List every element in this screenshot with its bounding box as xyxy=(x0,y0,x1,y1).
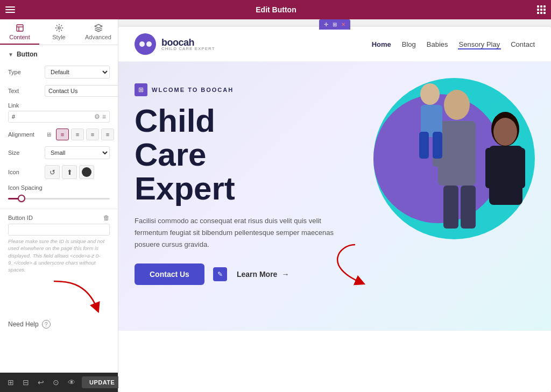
alignment-label: Alignment xyxy=(8,131,40,138)
main-layout: Content Style Advanced ▼ Button xyxy=(0,19,551,392)
grid-bottom-icon[interactable]: ⊟ xyxy=(20,376,31,389)
svg-rect-9 xyxy=(443,186,458,229)
eye-icon[interactable]: 👁 xyxy=(66,376,77,389)
align-left-button[interactable]: ≡ xyxy=(56,129,69,140)
preview-nav: boocah CHILD CARE EXPERT Home Blog Babie… xyxy=(118,27,551,62)
logo-icon xyxy=(135,33,156,55)
svg-point-11 xyxy=(420,83,440,105)
button-id-row: Button ID 🗑 Please make sure the ID is u… xyxy=(0,211,118,276)
panel-arrow-container xyxy=(0,276,118,313)
undo-icon[interactable]: ↩ xyxy=(36,376,46,389)
divider xyxy=(0,209,118,209)
logo-circles xyxy=(139,41,152,47)
grid-icon[interactable] xyxy=(537,5,546,14)
hero-left: ⊞ WLCOME TO BOOCAH Child Care Expert Fac… xyxy=(135,78,341,285)
help-circle-icon: ? xyxy=(42,320,51,329)
tab-content[interactable]: Content xyxy=(0,19,39,45)
nav-link-sensory[interactable]: Sensory Play xyxy=(459,40,500,48)
hero-welcome: ⊞ WLCOME TO BOOCAH xyxy=(135,83,341,96)
svg-rect-18 xyxy=(513,148,525,188)
arrow-right-icon: → xyxy=(281,270,289,279)
svg-rect-8 xyxy=(462,124,476,167)
red-arrow-icon xyxy=(38,276,102,319)
wt-move-icon[interactable]: ✛ xyxy=(322,21,330,28)
button-id-header: Button ID 🗑 xyxy=(8,214,110,222)
align-center-button[interactable]: ≡ xyxy=(71,129,84,140)
align-buttons: ≡ ≡ ≡ ≡ xyxy=(56,129,114,140)
link-label: Link xyxy=(8,102,110,109)
icon-pickers: ↺ ⬆ xyxy=(45,165,94,179)
wt-close-icon[interactable]: ✕ xyxy=(340,21,347,28)
link-icons: ⚙ ≡ xyxy=(91,113,109,120)
text-input[interactable] xyxy=(45,85,118,97)
button-id-input[interactable] xyxy=(8,224,110,236)
icon-row: Icon ↺ ⬆ xyxy=(0,162,118,182)
icon-label: Icon xyxy=(8,169,40,175)
size-select[interactable]: Small xyxy=(45,146,110,159)
hero-section: ⊞ WLCOME TO BOOCAH Child Care Expert Fac… xyxy=(118,62,551,331)
website-preview: boocah CHILD CARE EXPERT Home Blog Babie… xyxy=(118,27,551,392)
hamburger-icon[interactable] xyxy=(5,5,15,15)
nav-link-babies[interactable]: Babies xyxy=(427,40,448,48)
welcome-text: WLCOME TO BOOCAH xyxy=(152,87,234,93)
tab-style[interactable]: Style xyxy=(39,19,79,45)
tab-advanced[interactable]: Advanced xyxy=(79,19,118,45)
contact-us-button[interactable]: Contact Us xyxy=(135,263,204,285)
icon-picker-color[interactable] xyxy=(79,165,94,179)
hero-description: Facilisi commodo ac consequat erat risus… xyxy=(135,215,339,251)
bottom-bar: ⊞ ⊟ ↩ ⊙ 👁 UPDATE xyxy=(0,373,118,392)
link-unlink-icon[interactable]: ≡ xyxy=(102,113,106,120)
slider-track xyxy=(8,198,110,199)
hero-buttons: Contact Us ✎ Learn More → xyxy=(135,263,341,285)
button-id-trash-icon[interactable]: 🗑 xyxy=(103,214,110,222)
logo-sub: CHILD CARE EXPERT xyxy=(161,46,215,51)
history-icon[interactable]: ⊙ xyxy=(51,376,61,389)
svg-rect-14 xyxy=(433,132,442,159)
nav-link-blog[interactable]: Blog xyxy=(402,40,416,48)
section-header-button: ▼ Button xyxy=(0,45,118,62)
hero-people-svg xyxy=(363,78,535,261)
icon-picker-reload[interactable]: ↺ xyxy=(45,165,60,179)
svg-point-20 xyxy=(493,118,517,146)
svg-point-5 xyxy=(444,90,470,120)
link-row: Link ⚙ ≡ xyxy=(0,100,118,126)
type-select[interactable]: Default xyxy=(45,66,110,79)
learn-more-group: ✎ Learn More → xyxy=(213,263,294,285)
learn-more-button[interactable]: Learn More → xyxy=(231,263,294,285)
logo-text-wrap: boocah CHILD CARE EXPERT xyxy=(161,37,215,51)
nav-link-contact[interactable]: Contact xyxy=(511,40,535,48)
update-button[interactable]: UPDATE xyxy=(82,376,122,388)
icon-spacing-row: Icon Spacing xyxy=(0,182,118,206)
alignment-row: Alignment 🖥 ≡ ≡ ≡ ≡ xyxy=(0,126,118,143)
type-label: Type xyxy=(8,69,40,75)
panel-title: Edit Button xyxy=(20,5,532,14)
svg-point-3 xyxy=(58,27,60,29)
layers-icon[interactable]: ⊞ xyxy=(5,376,16,389)
wt-columns-icon[interactable]: ⊞ xyxy=(331,21,338,28)
welcome-icon: ⊞ xyxy=(135,83,147,96)
panel-tabs: Content Style Advanced xyxy=(0,19,118,45)
content-area: ✛ ⊞ ✕ boocah CHILD CARE EXPERT xyxy=(118,19,551,392)
button-id-label: Button ID xyxy=(8,215,33,221)
widget-toolbar: ✛ ⊞ ✕ xyxy=(319,19,350,30)
slider-thumb xyxy=(18,195,25,202)
align-right-button[interactable]: ≡ xyxy=(86,129,99,140)
svg-rect-0 xyxy=(17,25,23,31)
link-input[interactable] xyxy=(9,111,91,122)
icon-picker-upload[interactable]: ⬆ xyxy=(62,165,77,179)
left-panel: Content Style Advanced ▼ Button xyxy=(0,19,118,392)
nav-link-home[interactable]: Home xyxy=(372,40,391,48)
size-label: Size xyxy=(8,149,40,156)
link-input-wrap: ⚙ ≡ xyxy=(8,111,110,123)
edit-button-icon[interactable]: ✎ xyxy=(213,267,227,281)
preview-logo: boocah CHILD CARE EXPERT xyxy=(135,33,215,55)
slider-wrap xyxy=(8,193,110,204)
align-justify-button[interactable]: ≡ xyxy=(101,129,114,140)
need-help-label: Need Help xyxy=(8,320,39,328)
chevron-icon[interactable]: ▼ xyxy=(8,52,13,58)
responsive-icon: 🖥 xyxy=(46,131,52,138)
text-row: Text 🗑 xyxy=(0,82,118,100)
link-settings-icon[interactable]: ⚙ xyxy=(94,113,100,120)
svg-rect-13 xyxy=(419,132,429,159)
type-row: Type Default xyxy=(0,62,118,82)
